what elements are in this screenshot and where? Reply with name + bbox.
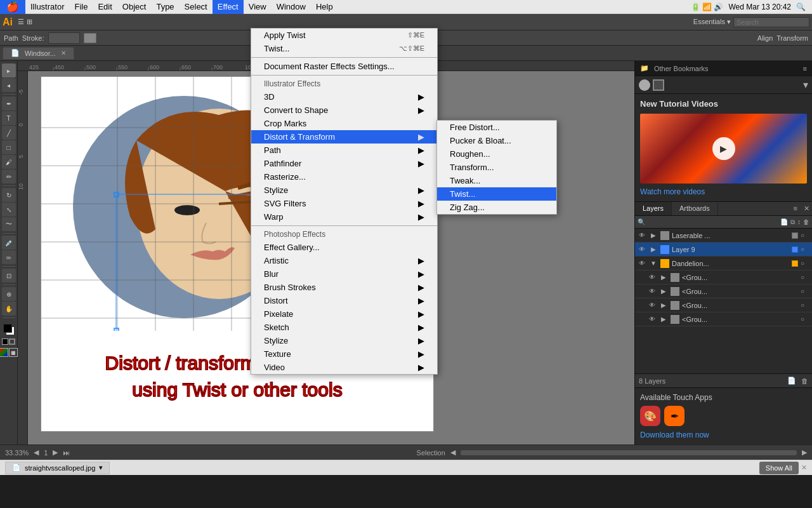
lock-icon[interactable]: ○: [801, 302, 809, 309]
menu-effect[interactable]: Effect: [213, 0, 244, 14]
video-thumbnail[interactable]: ▶: [640, 114, 807, 184]
menu-item-video[interactable]: Video ▶: [251, 361, 437, 374]
line-tool[interactable]: ╱: [2, 126, 16, 140]
pen-tool[interactable]: ✒: [2, 97, 16, 110]
menu-item-warp[interactable]: Warp ▶: [251, 210, 437, 224]
panel-chevron-icon[interactable]: ▾: [803, 79, 808, 91]
menu-item-apply-twist[interactable]: Apply Twist ⇧⌘E: [251, 29, 437, 42]
touch-app-2[interactable]: ✒: [664, 406, 684, 426]
menu-file[interactable]: File: [69, 0, 93, 14]
download-link[interactable]: Download them now: [640, 431, 709, 439]
list-item[interactable]: 👁 ▶ <Grou... ○: [635, 284, 812, 298]
menu-help[interactable]: Help: [311, 0, 338, 14]
color-mode-color[interactable]: [0, 348, 8, 357]
menu-select[interactable]: Select: [180, 0, 213, 14]
type-tool[interactable]: T: [2, 111, 16, 125]
visibility-icon[interactable]: 👁: [638, 259, 646, 268]
visibility-icon[interactable]: 👁: [648, 315, 657, 324]
list-item[interactable]: 👁 ▶ Layer 9 ○: [635, 243, 812, 257]
menu-item-distort-transform[interactable]: Distort & Transform ▶: [251, 130, 437, 144]
visibility-icon[interactable]: 👁: [638, 245, 646, 254]
layers-panel-menu[interactable]: ≡: [790, 202, 801, 215]
submenu-item-zig-zag[interactable]: Zig Zag...: [437, 201, 556, 214]
expand-icon[interactable]: ▶: [659, 301, 668, 310]
menu-object[interactable]: Object: [117, 0, 152, 14]
warp-tool[interactable]: 〜: [2, 217, 16, 231]
menu-window[interactable]: Window: [272, 0, 311, 14]
menu-item-distort[interactable]: Distort ▶: [251, 294, 437, 307]
expand-icon[interactable]: ▶: [659, 287, 668, 296]
move-to-icon[interactable]: ↕: [797, 218, 801, 225]
menu-item-sketch[interactable]: Sketch ▶: [251, 321, 437, 334]
watch-more-link[interactable]: Watch more videos: [640, 187, 807, 196]
menu-item-rasterize[interactable]: Rasterize...: [251, 170, 437, 184]
menu-item-blur[interactable]: Blur ▶: [251, 267, 437, 281]
menu-item-texture[interactable]: Texture ▶: [251, 347, 437, 361]
scroll-left[interactable]: ◀: [450, 448, 455, 457]
play-button[interactable]: ▶: [712, 137, 735, 160]
nav-last[interactable]: ⏭: [63, 449, 70, 457]
lock-icon[interactable]: ○: [801, 288, 809, 295]
ai-arrange-btn[interactable]: ⊞: [27, 18, 32, 26]
duplicate-layer-icon[interactable]: ⧉: [790, 218, 795, 226]
touch-app-1[interactable]: 🎨: [640, 406, 660, 426]
artboard-tool[interactable]: ⊡: [2, 269, 16, 283]
fill-box[interactable]: [2, 338, 8, 345]
delete-layer-icon[interactable]: 🗑: [803, 218, 809, 225]
color-mode-gradient[interactable]: ▦: [9, 348, 18, 357]
menu-item-crop-marks[interactable]: Crop Marks: [251, 117, 437, 130]
submenu-item-tweak[interactable]: Tweak...: [437, 174, 556, 187]
file-type-arrow[interactable]: ▾: [99, 464, 103, 472]
layers-panel-close[interactable]: ✕: [801, 202, 812, 215]
lock-icon[interactable]: ○: [801, 246, 809, 253]
zoom-tool[interactable]: ⊕: [2, 287, 16, 301]
search-icon[interactable]: 🔍: [796, 3, 806, 11]
visibility-icon[interactable]: 👁: [648, 301, 657, 310]
hand-tool[interactable]: ✋: [2, 302, 16, 316]
submenu-item-free-distort[interactable]: Free Distort...: [437, 121, 556, 134]
submenu-item-pucker-bloat[interactable]: Pucker & Bloat...: [437, 134, 556, 147]
menu-item-effect-gallery[interactable]: Effect Gallery...: [251, 241, 437, 254]
delete-layer-btn[interactable]: 🗑: [801, 377, 808, 385]
panel-options-icon[interactable]: ≡: [803, 65, 807, 72]
scroll-right[interactable]: ▶: [802, 448, 807, 457]
blend-tool[interactable]: ∞: [2, 250, 16, 264]
list-item[interactable]: 👁 ▶ <Grou... ○: [635, 312, 812, 326]
list-item[interactable]: 👁 ▶ <Grou... ○: [635, 298, 812, 312]
expand-icon[interactable]: ▶: [649, 245, 658, 254]
file-tab[interactable]: 📄 straightvsscalloped.jpg ▾: [5, 462, 110, 474]
lock-icon[interactable]: ○: [801, 260, 809, 267]
select-tool[interactable]: ▸: [2, 64, 16, 77]
list-item[interactable]: 👁 ▶ <Grou... ○: [635, 271, 812, 284]
search-field[interactable]: [733, 17, 809, 27]
menu-item-stylize[interactable]: Stylize ▶: [251, 184, 437, 197]
menu-item-3d[interactable]: 3D ▶: [251, 90, 437, 104]
new-layer-btn[interactable]: 📄: [787, 377, 796, 385]
doc-tab-close[interactable]: ✕: [61, 50, 66, 57]
doc-tab[interactable]: 📄 Windsor... ✕: [3, 47, 74, 60]
submenu-item-transform[interactable]: Transform...: [437, 161, 556, 174]
menu-item-svg-filters[interactable]: SVG Filters ▶: [251, 197, 437, 210]
menu-view[interactable]: View: [244, 0, 272, 14]
menu-edit[interactable]: Edit: [93, 0, 117, 14]
align-btn[interactable]: Align: [757, 34, 773, 42]
lock-icon[interactable]: ○: [801, 232, 809, 239]
menu-type[interactable]: Type: [151, 0, 179, 14]
bottom-close-icon[interactable]: ✕: [801, 464, 807, 472]
stroke-circle-icon[interactable]: [653, 79, 664, 91]
menu-illustrator[interactable]: Illustrator: [25, 0, 69, 14]
rotate-tool[interactable]: ↻: [2, 188, 16, 202]
expand-icon[interactable]: ▶: [649, 231, 658, 240]
rect-tool[interactable]: □: [2, 140, 16, 154]
expand-icon[interactable]: ▶: [659, 315, 668, 324]
apple-menu[interactable]: 🍎: [0, 0, 25, 14]
transform-btn[interactable]: Transform: [776, 34, 808, 42]
pencil-tool[interactable]: ✏: [2, 170, 16, 184]
menu-item-pixelate[interactable]: Pixelate ▶: [251, 307, 437, 321]
new-layer-icon[interactable]: 📄: [780, 218, 788, 225]
menu-item-convert-shape[interactable]: Convert to Shape ▶: [251, 104, 437, 117]
menu-item-stylize-ps[interactable]: Stylize ▶: [251, 334, 437, 347]
expand-icon[interactable]: ▶: [659, 273, 668, 282]
direct-select-tool[interactable]: ◂: [2, 78, 16, 92]
visibility-icon[interactable]: 👁: [648, 287, 657, 296]
